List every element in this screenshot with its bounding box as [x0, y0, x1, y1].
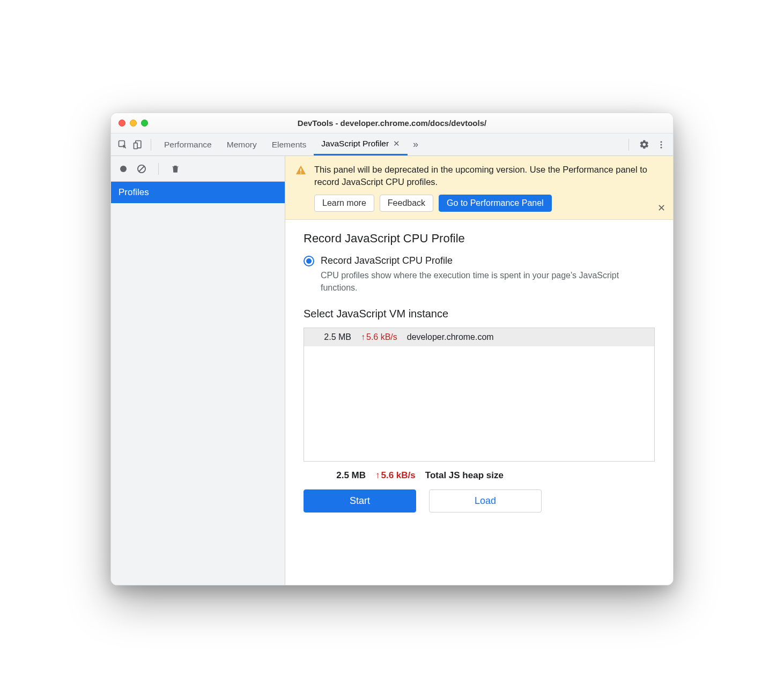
inspect-element-icon[interactable]: [115, 137, 130, 152]
titlebar: DevTools - developer.chrome.com/docs/dev…: [111, 113, 673, 133]
svg-line-8: [139, 166, 144, 172]
separator: [628, 139, 629, 151]
device-toggle-icon[interactable]: [130, 137, 145, 152]
svg-point-5: [661, 146, 662, 148]
more-tabs-icon[interactable]: »: [408, 139, 424, 150]
button-label: Go to Performance Panel: [447, 198, 544, 207]
svg-point-6: [120, 166, 127, 172]
profiler-panel: Record JavaScript CPU Profile Record Jav…: [285, 220, 673, 585]
sidebar-toolbar: [111, 156, 285, 182]
load-button[interactable]: Load: [429, 489, 542, 513]
rate-value: 5.6 kB/s: [366, 332, 397, 342]
tab-memory[interactable]: Memory: [219, 133, 264, 155]
kebab-menu-icon[interactable]: [654, 137, 669, 152]
close-banner-icon[interactable]: ✕: [657, 202, 665, 214]
svg-point-4: [661, 144, 662, 145]
action-buttons: Start Load: [304, 489, 655, 513]
button-label: Load: [475, 495, 496, 506]
vm-heading: Select JavaScript VM instance: [304, 308, 655, 320]
button-label: Start: [350, 495, 370, 506]
svg-rect-10: [300, 173, 301, 174]
totals-label: Total JS heap size: [425, 470, 504, 481]
tab-label: Memory: [227, 140, 257, 150]
banner-message: This panel will be deprecated in the upc…: [314, 164, 663, 188]
record-icon[interactable]: [116, 162, 130, 176]
learn-more-button[interactable]: Learn more: [314, 195, 374, 212]
zoom-window-button[interactable]: [141, 120, 148, 127]
gear-icon[interactable]: [637, 137, 652, 152]
svg-point-3: [661, 141, 662, 143]
close-icon[interactable]: ✕: [393, 139, 400, 148]
radio-label: Record JavaScript CPU Profile: [321, 255, 453, 266]
vm-instance-list: 2.5 MB ↑5.6 kB/s developer.chrome.com: [304, 328, 655, 462]
radio-icon: [304, 256, 314, 266]
separator: [151, 139, 151, 151]
deprecation-banner: This panel will be deprecated in the upc…: [285, 156, 673, 220]
arrow-up-icon: ↑: [375, 470, 380, 481]
devtools-toolbar: Performance Memory Elements JavaScript P…: [111, 133, 673, 156]
profile-description: CPU profiles show where the execution ti…: [321, 270, 655, 294]
main-panel: This panel will be deprecated in the upc…: [285, 156, 673, 585]
tab-label: Elements: [272, 140, 307, 150]
sidebar-item-profiles[interactable]: Profiles: [111, 182, 285, 203]
tab-performance[interactable]: Performance: [157, 133, 219, 155]
rate-value: 5.6 kB/s: [381, 470, 416, 481]
sidebar-item-label: Profiles: [119, 187, 149, 197]
arrow-up-icon: ↑: [361, 332, 365, 342]
separator: [158, 163, 159, 175]
button-label: Feedback: [388, 198, 425, 207]
vm-heap-size: 2.5 MB: [314, 332, 351, 342]
clear-icon[interactable]: [135, 162, 149, 176]
window-controls: [119, 120, 148, 127]
button-label: Learn more: [322, 198, 366, 207]
minimize-window-button[interactable]: [130, 120, 137, 127]
goto-performance-button[interactable]: Go to Performance Panel: [439, 195, 552, 212]
vm-instance-row[interactable]: 2.5 MB ↑5.6 kB/s developer.chrome.com: [304, 328, 654, 346]
heap-totals: 2.5 MB ↑5.6 kB/s Total JS heap size: [304, 462, 655, 489]
panel-tabs: Performance Memory Elements JavaScript P…: [157, 133, 408, 155]
trash-icon[interactable]: [168, 162, 182, 176]
svg-rect-9: [300, 168, 301, 172]
devtools-window: DevTools - developer.chrome.com/docs/dev…: [110, 113, 674, 585]
content-area: Profiles This panel will be deprecated i…: [111, 156, 673, 585]
svg-rect-2: [134, 143, 138, 148]
tab-elements[interactable]: Elements: [264, 133, 314, 155]
feedback-button[interactable]: Feedback: [380, 195, 433, 212]
start-button[interactable]: Start: [304, 489, 416, 513]
tab-label: JavaScript Profiler: [321, 139, 389, 148]
window-title: DevTools - developer.chrome.com/docs/dev…: [111, 118, 673, 128]
panel-heading: Record JavaScript CPU Profile: [304, 232, 655, 246]
tab-label: Performance: [164, 140, 212, 150]
warning-icon: [295, 165, 307, 176]
total-rate: ↑5.6 kB/s: [375, 470, 416, 481]
close-window-button[interactable]: [119, 120, 125, 127]
tab-javascript-profiler[interactable]: JavaScript Profiler ✕: [314, 133, 408, 155]
sidebar: Profiles: [111, 156, 285, 585]
profile-type-radio[interactable]: Record JavaScript CPU Profile: [304, 255, 655, 266]
total-size: 2.5 MB: [328, 470, 366, 481]
vm-heap-rate: ↑5.6 kB/s: [361, 332, 397, 342]
vm-host: developer.chrome.com: [407, 332, 494, 342]
